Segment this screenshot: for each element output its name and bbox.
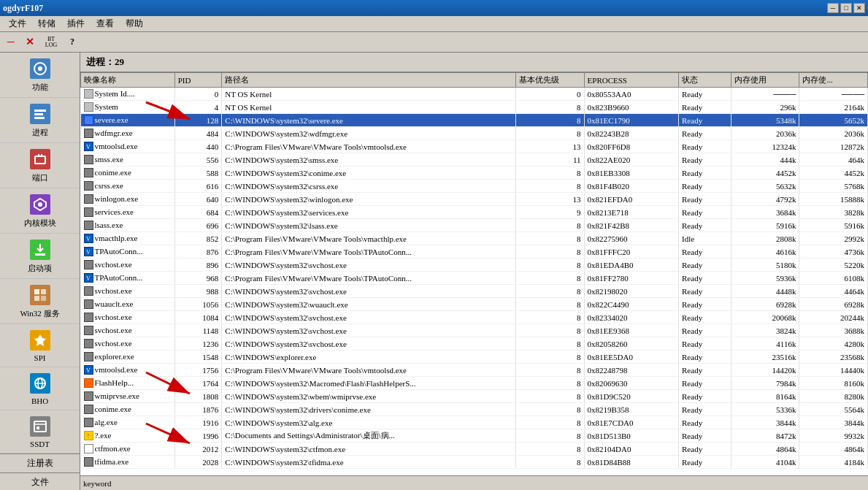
sidebar-item-spi[interactable]: SPI bbox=[0, 324, 80, 367]
cell-mem2: 5564k bbox=[799, 403, 868, 416]
table-row[interactable]: System Id.... 0 NT OS Kernel 0 0x80553AA… bbox=[81, 88, 868, 101]
cell-path: C:\WINDOWS\system32\services.exe bbox=[222, 206, 516, 219]
table-row[interactable]: Vvmacthlp.exe 852 C:\Program Files\VMwar… bbox=[81, 232, 868, 245]
table-row[interactable]: !?.exe 1996 C:\Documents and Settings\Ad… bbox=[81, 429, 868, 443]
col-eprocess[interactable]: EPROCESS bbox=[584, 73, 678, 88]
col-status[interactable]: 状态 bbox=[679, 73, 731, 88]
table-row[interactable]: VTPAutoConn... 876 C:\Program Files\VMwa… bbox=[81, 245, 868, 259]
table-row[interactable]: wmiprvse.exe 1808 C:\WINDOWS\system32\wb… bbox=[81, 390, 868, 403]
cell-priority: 8 bbox=[516, 456, 584, 469]
table-row[interactable]: Vvmtoolsd.exe 440 C:\Program Files\VMwar… bbox=[81, 140, 868, 153]
table-row[interactable]: svchost.exe 1084 C:\WINDOWS\system32\svc… bbox=[81, 311, 868, 324]
table-row[interactable]: Vvmtoolsd.exe 1756 C:\Program Files\VMwa… bbox=[81, 364, 868, 377]
cell-status: Ready bbox=[679, 403, 731, 416]
process-header: 进程：29 bbox=[80, 53, 868, 72]
sidebar-item-func[interactable]: 功能 bbox=[0, 53, 80, 98]
col-priority[interactable]: 基本优先级 bbox=[516, 73, 584, 88]
sidebar-item-process[interactable]: 进程 bbox=[0, 98, 80, 143]
cell-mem2: 20244k bbox=[799, 311, 868, 324]
table-container[interactable]: 映像名称 PID 路径名 基本优先级 EPROCESS 状态 内存使用 内存使.… bbox=[80, 72, 868, 475]
cell-mem2: 6108k bbox=[799, 272, 868, 285]
table-row[interactable]: severe.exe 128 C:\WINDOWS\system32\sever… bbox=[81, 114, 868, 127]
cell-priority: 8 bbox=[516, 245, 584, 259]
sidebar-item-ssdt[interactable]: SSDT bbox=[0, 410, 80, 453]
svg-rect-14 bbox=[41, 296, 46, 301]
cell-mem2: 4280k bbox=[799, 337, 868, 351]
toolbar-log[interactable]: BT LOG bbox=[41, 34, 61, 50]
table-row[interactable]: svchost.exe 1236 C:\WINDOWS\system32\svc… bbox=[81, 337, 868, 351]
kernel-label: 内核模块 bbox=[24, 218, 56, 229]
registry-button[interactable]: 注册表 bbox=[0, 454, 80, 473]
table-row[interactable]: svchost.exe 896 C:\WINDOWS\system32\svch… bbox=[81, 259, 868, 272]
col-pid[interactable]: PID bbox=[174, 73, 222, 88]
cell-eprocess: 0x81FF2780 bbox=[584, 272, 678, 285]
toolbar-minus[interactable]: ─ bbox=[3, 34, 19, 50]
table-row[interactable]: smss.exe 556 C:\WINDOWS\system32\smss.ex… bbox=[81, 153, 868, 166]
table-row[interactable]: svchost.exe 988 C:\WINDOWS\system32\svch… bbox=[81, 285, 868, 298]
menu-plugins[interactable]: 插件 bbox=[61, 16, 91, 31]
title-bar-text: ogdyrF107 bbox=[3, 3, 43, 14]
col-mem2[interactable]: 内存使... bbox=[799, 73, 868, 88]
cell-mem1: 3844k bbox=[731, 416, 799, 429]
cell-status: Ready bbox=[679, 337, 731, 351]
cell-mem1: 2808k bbox=[731, 232, 799, 245]
col-name[interactable]: 映像名称 bbox=[81, 73, 175, 88]
table-row[interactable]: FlashHelp... 1764 C:\WINDOWS\system32\Ma… bbox=[81, 377, 868, 390]
file-button[interactable]: 文件 bbox=[0, 473, 80, 490]
col-mem1[interactable]: 内存使用 bbox=[731, 73, 799, 88]
table-row[interactable]: ctfmon.exe 2012 C:\WINDOWS\system32\ctfm… bbox=[81, 443, 868, 456]
cell-status: Ready bbox=[679, 364, 731, 377]
menu-file[interactable]: 文件 bbox=[3, 16, 32, 31]
table-row[interactable]: services.exe 684 C:\WINDOWS\system32\ser… bbox=[81, 206, 868, 219]
cell-priority: 8 bbox=[516, 298, 584, 311]
col-path[interactable]: 路径名 bbox=[222, 73, 516, 88]
table-row[interactable]: winlogon.exe 640 C:\WINDOWS\system32\win… bbox=[81, 193, 868, 206]
table-row[interactable]: VTPAutoConn... 968 C:\Program Files\VMwa… bbox=[81, 272, 868, 285]
toolbar-x[interactable]: ✕ bbox=[22, 34, 38, 50]
cell-pid: 1548 bbox=[174, 351, 222, 364]
cell-mem2: 23568k bbox=[799, 351, 868, 364]
cell-mem1: 4452k bbox=[731, 166, 799, 180]
menu-help[interactable]: 帮助 bbox=[120, 16, 149, 31]
sidebar-item-kernel[interactable]: 内核模块 bbox=[0, 188, 80, 234]
svg-rect-7 bbox=[41, 154, 42, 157]
table-row[interactable]: alg.exe 1916 C:\WINDOWS\system32\alg.exe… bbox=[81, 416, 868, 429]
cell-mem1: 2036k bbox=[731, 127, 799, 140]
table-row[interactable]: lsass.exe 696 C:\WINDOWS\system32\lsass.… bbox=[81, 219, 868, 232]
sidebar-item-port[interactable]: 端口 bbox=[0, 143, 80, 188]
table-row[interactable]: System 4 NT OS Kernel 8 0x823B9660 Ready… bbox=[81, 101, 868, 114]
table-row[interactable]: conime.exe 1876 C:\WINDOWS\system32\driv… bbox=[81, 403, 868, 416]
cell-pid: 616 bbox=[174, 180, 222, 193]
process-icon bbox=[28, 102, 52, 126]
cell-status: Ready bbox=[679, 377, 731, 390]
cell-path: C:\WINDOWS\system32\tfidma.exe bbox=[222, 456, 516, 469]
cell-name: svchost.exe bbox=[81, 285, 175, 298]
table-row[interactable]: wdfmgr.exe 484 C:\WINDOWS\system32\wdfmg… bbox=[81, 127, 868, 140]
cell-path: C:\WINDOWS\system32\svchost.exe bbox=[222, 311, 516, 324]
cell-status: Ready bbox=[679, 416, 731, 429]
menu-dump[interactable]: 转储 bbox=[32, 16, 61, 31]
table-row[interactable]: csrss.exe 616 C:\WINDOWS\system32\csrss.… bbox=[81, 180, 868, 193]
cell-name: wmiprvse.exe bbox=[81, 390, 175, 403]
sidebar-item-startup[interactable]: 启动项 bbox=[0, 234, 80, 279]
cell-path: C:\WINDOWS\system32\conime.exe bbox=[222, 166, 516, 180]
kernel-icon bbox=[28, 193, 52, 216]
svg-rect-10 bbox=[35, 253, 45, 256]
table-row[interactable]: wuauclt.exe 1056 C:\WINDOWS\system32\wua… bbox=[81, 298, 868, 311]
bho-icon bbox=[28, 372, 52, 395]
table-row[interactable]: explorer.exe 1548 C:\WINDOWS\explorer.ex… bbox=[81, 351, 868, 364]
cell-status: Ready bbox=[679, 140, 731, 153]
sidebar-item-bho[interactable]: BHO bbox=[0, 367, 80, 410]
table-row[interactable]: svchost.exe 1148 C:\WINDOWS\system32\svc… bbox=[81, 324, 868, 337]
cell-name: conime.exe bbox=[81, 403, 175, 416]
table-row[interactable]: tfidma.exe 2028 C:\WINDOWS\system32\tfid… bbox=[81, 456, 868, 469]
table-row[interactable]: conime.exe 588 C:\WINDOWS\system32\conim… bbox=[81, 166, 868, 180]
restore-button[interactable]: □ bbox=[840, 3, 852, 13]
menu-view[interactable]: 查看 bbox=[91, 16, 120, 31]
cell-mem1: 4116k bbox=[731, 337, 799, 351]
close-button[interactable]: ✕ bbox=[853, 3, 865, 13]
minimize-button[interactable]: ─ bbox=[827, 3, 839, 13]
toolbar-help[interactable]: ? bbox=[64, 34, 80, 50]
cell-mem1: 5348k bbox=[731, 114, 799, 127]
sidebar-item-win32[interactable]: Win32 服务 bbox=[0, 279, 80, 324]
